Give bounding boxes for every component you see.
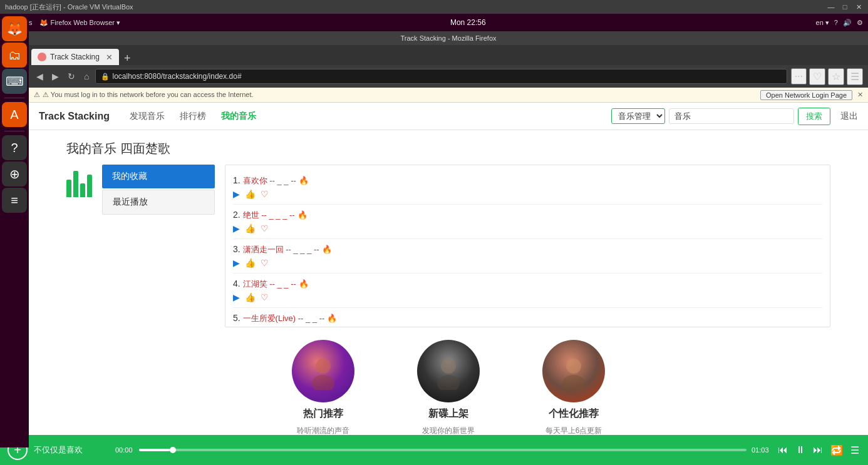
featured-avatar-hot (292, 340, 354, 402)
vm-window: 🦊 🗂 ⌨ A ? ⊕ ≡ Track Stacking - Mozilla F… (0, 31, 868, 465)
home-button[interactable]: ⌂ (81, 70, 91, 83)
song-heart-1[interactable]: ♡ (261, 189, 269, 199)
player-next-button[interactable]: ⏭ (812, 443, 824, 457)
player-play-button[interactable]: ⏸ (794, 443, 807, 457)
song-play-1[interactable]: ▶ (233, 189, 240, 199)
player-time-current: 00:00 (115, 446, 134, 454)
song-thumb-4[interactable]: 👍 (245, 292, 256, 302)
song-play-5[interactable]: ▶ (233, 327, 240, 327)
song-index-3: 3. (233, 244, 240, 254)
song-heart-3[interactable]: ♡ (261, 258, 269, 268)
my-music-row: 我的收藏 最近播放 1. 喜欢你 -- _ _ -- 🔥 (66, 165, 830, 327)
sidebar-icon-help[interactable]: ? (2, 135, 27, 160)
sidebar-item-favorites[interactable]: 我的收藏 (102, 165, 215, 188)
song-actions-5: ▶ 👍 ♡ (233, 327, 822, 327)
song-link-4[interactable]: 江湖笑 -- _ _ -- (243, 279, 296, 289)
player-repeat-button[interactable]: 🔁 (829, 443, 844, 457)
sidebar-icon-bars[interactable]: ≡ (2, 188, 27, 213)
song-index-1: 1. (233, 175, 240, 185)
song-fire-2: 🔥 (297, 210, 307, 220)
ff-new-tab-button[interactable]: + (119, 52, 136, 65)
close-button[interactable]: ✕ (854, 3, 863, 11)
song-thumb-2[interactable]: 👍 (245, 223, 256, 233)
song-play-4[interactable]: ▶ (233, 292, 240, 302)
featured-title-hot: 热门推荐 (303, 407, 343, 421)
search-input[interactable] (669, 108, 794, 124)
song-fire-5: 🔥 (327, 314, 337, 323)
back-button[interactable]: ◀ (34, 70, 46, 83)
bar-3 (80, 183, 85, 197)
nav-ranking[interactable]: 排行榜 (172, 111, 214, 122)
os-titlebar-right[interactable]: — □ ✕ (827, 3, 863, 11)
song-thumb-3[interactable]: 👍 (245, 258, 256, 268)
minimize-button[interactable]: — (827, 3, 835, 11)
song-index-4: 4. (233, 278, 240, 289)
ff-star-button[interactable]: ☆ (828, 68, 844, 85)
sidebar-icon-mouse[interactable]: ⊕ (2, 161, 27, 187)
song-item-4: 4. 江湖笑 -- _ _ -- 🔥 ▶ 👍 ♡ (233, 273, 822, 308)
logout-button[interactable]: 退出 (840, 111, 858, 122)
ff-tabbar: Track Stacking ✕ + (29, 45, 868, 65)
player-progress-bar[interactable] (139, 449, 747, 451)
url-text: localhost:8080/trackstacking/index.do# (112, 72, 241, 81)
address-bar[interactable]: 🔒 localhost:8080/trackstacking/index.do# (95, 69, 787, 84)
player-time-total: 01:03 (752, 446, 770, 454)
os-panel-right: en ▾ ? 🔊 ⚙ (816, 19, 863, 27)
ff-tab-active[interactable]: Track Stacking ✕ (31, 49, 119, 65)
featured-title-new: 新碟上架 (428, 407, 468, 421)
song-link-2[interactable]: 绝世 -- _ _ _ -- (243, 210, 295, 220)
search-group: 音乐管理 搜索 (611, 108, 830, 125)
music-equalizer-icon (66, 165, 92, 202)
player-controls: ⏮ ⏸ ⏭ 🔁 ☰ (777, 443, 860, 457)
avatar-hot-svg (304, 352, 342, 390)
vm-inner: Track Stacking - Mozilla Firefox Track S… (29, 31, 868, 465)
firefox-label[interactable]: 🦊 Firefox Web Browser ▾ (39, 19, 120, 27)
player-progress-fill (139, 449, 170, 451)
player-prev-button[interactable]: ⏮ (777, 443, 789, 457)
network-login-button[interactable]: Open Network Login Page (760, 90, 852, 100)
song-fire-3: 🔥 (322, 245, 332, 254)
warning-close[interactable]: ✕ (857, 91, 863, 99)
song-heart-4[interactable]: ♡ (261, 292, 269, 302)
forward-button[interactable]: ▶ (49, 70, 61, 83)
maximize-button[interactable]: □ (840, 3, 849, 11)
player-progress-dot (170, 447, 176, 453)
ff-warning-bar: ⚠ ⚠ You must log in to this network befo… (29, 88, 868, 103)
song-play-3[interactable]: ▶ (233, 258, 240, 268)
nav-mymusic[interactable]: 我的音乐 (214, 111, 264, 122)
app-main: 我的音乐 四面楚歌 我的收藏 最近播放 (29, 130, 868, 457)
song-link-1[interactable]: 喜欢你 -- _ _ -- (243, 176, 296, 185)
sidebar-icon-firefox[interactable]: 🦊 (2, 16, 27, 41)
song-list-panel: 1. 喜欢你 -- _ _ -- 🔥 ▶ 👍 ♡ (225, 165, 830, 327)
featured-avatar-new (417, 340, 480, 402)
nav-discover[interactable]: 发现音乐 (122, 111, 172, 122)
sidebar-icon-software[interactable]: A (2, 102, 27, 127)
os-titlebar: hadoop [正在运行] - Oracle VM VirtualBox — □… (0, 0, 868, 14)
ff-more-button[interactable]: ··· (791, 68, 807, 84)
sidebar-icon-files[interactable]: 🗂 (2, 43, 27, 68)
ff-bookmark-button[interactable]: ♡ (809, 68, 825, 85)
sidebar-icon-terminal[interactable]: ⌨ (2, 69, 27, 94)
song-heart-2[interactable]: ♡ (261, 223, 269, 233)
warning-message: ⚠ You must log in to this network before… (43, 91, 254, 99)
featured-title-personal: 个性化推荐 (549, 407, 599, 421)
song-thumb-5[interactable]: 👍 (245, 327, 256, 327)
search-button[interactable]: 搜索 (798, 108, 830, 125)
ff-tab-close[interactable]: ✕ (106, 53, 113, 62)
reload-button[interactable]: ↻ (65, 70, 78, 83)
song-heart-5[interactable]: ♡ (261, 327, 269, 327)
song-fire-1: 🔥 (299, 176, 309, 185)
player-playlist-button[interactable]: ☰ (849, 443, 860, 457)
song-link-3[interactable]: 潇洒走一回 -- _ _ _ -- (243, 245, 319, 254)
os-clock: Mon 22:56 (450, 18, 486, 27)
song-play-2[interactable]: ▶ (233, 223, 240, 233)
song-fire-4: 🔥 (299, 279, 309, 289)
ff-menu-open[interactable]: ☰ (847, 68, 863, 85)
song-thumb-1[interactable]: 👍 (245, 189, 256, 199)
player-progress-area: 00:00 01:03 (115, 446, 770, 454)
song-link-5[interactable]: 一生所爱(Live) -- _ _ -- (243, 314, 325, 323)
ff-addressbar: ◀ ▶ ↻ ⌂ 🔒 localhost:8080/trackstacking/i… (29, 65, 868, 88)
search-category-select[interactable]: 音乐管理 (611, 108, 665, 124)
sidebar-item-recent[interactable]: 最近播放 (102, 190, 215, 215)
song-title-5: 5. 一生所爱(Live) -- _ _ -- 🔥 (233, 313, 822, 324)
